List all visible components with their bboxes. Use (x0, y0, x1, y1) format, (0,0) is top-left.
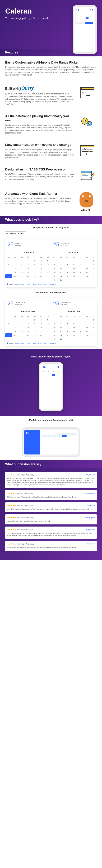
svg-point-2 (82, 88, 82, 89)
customers-header: What our customers say (0, 460, 102, 468)
feature-body: Whether you need to pick a date range, o… (5, 124, 74, 134)
svg-rect-14 (81, 146, 94, 147)
date-input[interactable]: 06/25/2018 - 06/25/20 (5, 231, 26, 236)
svg-rect-23 (83, 174, 86, 175)
star-icon: ★★★★★ (7, 517, 16, 519)
next-icon[interactable]: › (79, 251, 79, 254)
demo-landscape-title: Modal view on mobile (landscape layout) (0, 416, 102, 424)
prev-icon[interactable]: ‹ (21, 310, 22, 313)
star-icon: ★★★★★ (7, 543, 16, 545)
feature-title: Easy customization with events and setti… (5, 143, 74, 147)
feature-body: Minifying and concatenating JS files, bu… (5, 197, 72, 205)
feature-title: Automated with Grunt Task Runner (5, 192, 72, 196)
demo-dropdown-title: Dropdown mode on desktop view (0, 224, 102, 231)
feature-body: jQuery is a fast, small, and feature-ric… (5, 93, 74, 105)
demo-portrait-title: Modal view on mobile (portrait layout) (0, 353, 102, 361)
svg-point-12 (89, 123, 90, 125)
next-icon[interactable]: › (81, 310, 81, 313)
feature-customizable: Easily Customizable All-in-one Date Rang… (0, 56, 102, 81)
feature-body: SASS (CSS with superpowers) is the most … (5, 173, 74, 181)
svg-point-16 (84, 149, 86, 150)
review-card: ★★★★★for Customer Supportby RateTrawling… (5, 490, 97, 500)
review-card: ★★★★★for Customer Supportby prasadsnThis… (5, 527, 97, 539)
code-icon: </> (78, 85, 97, 100)
looklike-header: What does it look like? (0, 216, 102, 224)
svg-point-18 (88, 151, 90, 152)
feature-title: Designed using SASS CSS Preprocessor (5, 167, 74, 172)
feature-jquery: </> Built with jQuery jQuery is a fast, … (0, 81, 102, 110)
feature-body: You can find a huge list of customizatio… (5, 148, 74, 159)
sliders-icon (78, 143, 97, 158)
svg-rect-24 (83, 175, 88, 176)
calendar-inline[interactable]: 25Haziran 2018Pazartesi 25Haziran 2018Pa… (5, 298, 97, 346)
brush-icon (78, 167, 97, 183)
star-icon: ★★★★★ (7, 504, 16, 506)
feature-functionality: All the date/range picking functionality… (0, 110, 102, 138)
gears-icon (78, 114, 97, 130)
star-icon: ★★★★★ (7, 529, 16, 531)
ranges-footer: Ranges:Today2 Days3 Days1 WeekTill Next … (5, 282, 97, 287)
demo-inline-title: Inline mode on desktop view (0, 288, 102, 296)
prev-icon[interactable]: ‹ (22, 251, 23, 254)
review-card: ★★★★★for Feature Availabilityby TrackerG… (5, 541, 97, 551)
svg-point-10 (84, 120, 86, 122)
svg-rect-1 (81, 88, 94, 90)
phone-mockup: 1919 1234567 891011121314 15161718192021… (72, 5, 97, 54)
feature-title: Built with jQuery (5, 85, 74, 91)
ranges-footer: Ranges:Today2 Days3 Days1 WeekTill Next … (5, 341, 97, 346)
svg-rect-22 (81, 171, 92, 173)
feature-body: Do you need a date range picker to get y… (5, 66, 97, 76)
svg-point-3 (83, 88, 83, 89)
svg-rect-25 (83, 177, 87, 178)
star-icon: ★★★★★ (7, 492, 16, 494)
svg-text:</>: </> (82, 91, 86, 94)
svg-point-20 (86, 153, 87, 155)
phone-landscape: 19 1234567 891011121314 15161718192021 (21, 427, 81, 457)
review-card: ★★★★★for Feature Availabilityby bethjayd… (5, 515, 97, 524)
feature-title: All the date/range picking functionality… (5, 114, 74, 122)
calendar-dropdown[interactable]: 25June 2018Monday 25June 2018Monday ‹ Ju… (5, 239, 97, 287)
review-card: ★★★★★for Feature Availabilityby yiksange… (5, 472, 97, 488)
grunt-logo: GRUNT (76, 192, 97, 212)
feature-sass: Designed using SASS CSS Preprocessor SAS… (0, 163, 102, 187)
feature-events: Easy customization with events and setti… (0, 138, 102, 163)
feature-title: Easily Customizable All-in-one Date Rang… (5, 61, 97, 64)
review-card: ★★★★★for Customer Supportby whizzbitWell… (5, 502, 97, 513)
reviews: ★★★★★for Feature Availabilityby yiksange… (0, 468, 102, 560)
feature-grunt: GRUNT Automated with Grunt Task Runner M… (0, 187, 102, 216)
hero: Caleran The date range picker you've eve… (0, 0, 102, 49)
phone-portrait: 1919 1234567 891011121314 15161718192021 (39, 362, 63, 411)
jquery-logo: jQuery (20, 85, 34, 91)
star-icon: ★★★★★ (7, 474, 16, 476)
